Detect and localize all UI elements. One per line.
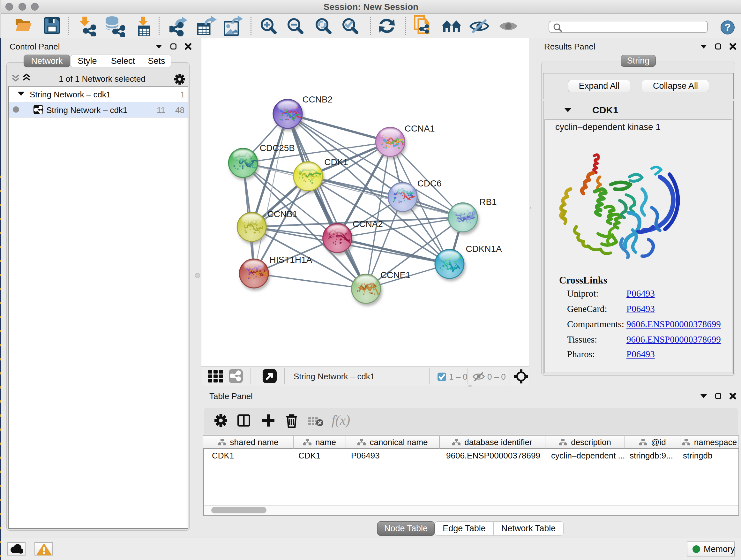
svg-text:RB1: RB1: [479, 197, 496, 207]
svg-text:CCNB2: CCNB2: [302, 95, 333, 105]
svg-text:CCNA2: CCNA2: [353, 219, 383, 229]
svg-text:CCNA1: CCNA1: [405, 124, 435, 133]
svg-text:CCNB1: CCNB1: [267, 209, 298, 219]
svg-text:CDKN1A: CDKN1A: [466, 244, 502, 254]
svg-text:CDC6: CDC6: [417, 179, 442, 188]
svg-text:CDC25B: CDC25B: [260, 143, 295, 153]
svg-text:HIST1H1A: HIST1H1A: [270, 255, 313, 265]
svg-text:CDK1: CDK1: [324, 157, 348, 167]
svg-text:CCNE1: CCNE1: [381, 270, 411, 280]
